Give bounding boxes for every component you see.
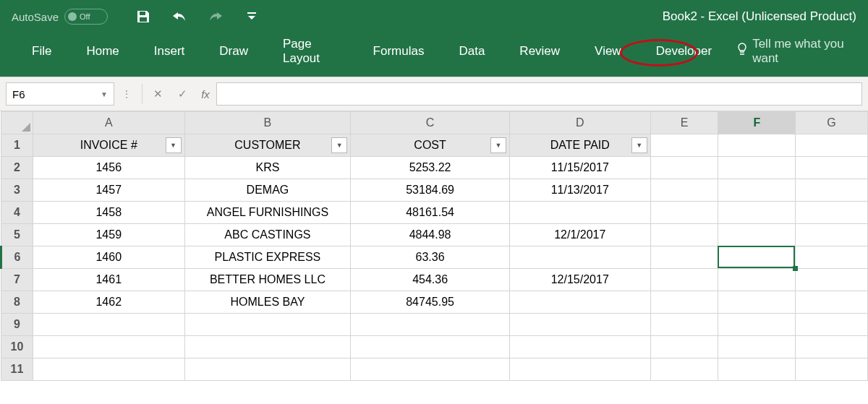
cell-A5[interactable]: 1459 [33,224,184,246]
tab-page-layout[interactable]: Page Layout [273,33,349,70]
cell-F1[interactable] [718,134,796,157]
cell-G4[interactable] [796,202,868,224]
cell-C9[interactable] [351,314,510,336]
tab-formulas[interactable]: Formulas [363,40,435,63]
cell-B3[interactable]: DEMAG [184,179,351,202]
filter-button-B[interactable]: ▼ [331,137,347,153]
tab-data[interactable]: Data [448,40,495,63]
column-header-C[interactable]: C [351,112,510,134]
customize-qat-icon[interactable] [244,9,260,25]
cell-F2[interactable] [718,157,796,179]
cell-D1[interactable]: DATE PAID▼ [509,134,650,157]
cell-E6[interactable] [650,246,718,269]
tab-draw[interactable]: Draw [209,40,258,63]
cell-E1[interactable] [650,134,718,157]
name-box-dropdown-icon[interactable]: ▼ [101,90,108,98]
cell-C6[interactable]: 63.36 [351,246,510,269]
cell-C5[interactable]: 4844.98 [351,224,510,246]
tab-home[interactable]: Home [76,40,129,63]
column-header-B[interactable]: B [184,112,351,134]
formula-input[interactable] [216,82,862,106]
cell-E7[interactable] [650,269,718,291]
row-header-9[interactable]: 9 [1,314,33,336]
cell-A7[interactable]: 1461 [33,269,184,291]
cell-A11[interactable] [33,358,184,381]
cell-G1[interactable] [796,134,868,157]
row-header-2[interactable]: 2 [1,157,33,179]
cell-A6[interactable]: 1460 [33,246,184,269]
row-header-4[interactable]: 4 [1,202,33,224]
column-header-F[interactable]: F [718,112,796,134]
tab-review[interactable]: Review [509,40,570,63]
cell-E3[interactable] [650,179,718,202]
worksheet-grid[interactable]: ABCDEFG1INVOICE #▼CUSTOMER▼COST▼DATE PAI… [0,111,868,404]
tab-file[interactable]: File [22,40,61,63]
column-header-E[interactable]: E [650,112,718,134]
cell-C10[interactable] [351,336,510,358]
cell-A8[interactable]: 1462 [33,291,184,314]
cell-F4[interactable] [718,202,796,224]
cell-F10[interactable] [718,336,796,358]
cell-D3[interactable]: 11/13/2017 [509,179,650,202]
redo-icon[interactable] [208,9,224,25]
cell-C2[interactable]: 5253.22 [351,157,510,179]
cell-B4[interactable]: ANGEL FURNISHINGS [184,202,351,224]
fx-icon[interactable]: fx [195,84,216,104]
cell-C11[interactable] [351,358,510,381]
cell-G9[interactable] [796,314,868,336]
cell-B1[interactable]: CUSTOMER▼ [184,134,351,157]
cell-D10[interactable] [509,336,650,358]
cell-E9[interactable] [650,314,718,336]
cell-B11[interactable] [184,358,351,381]
cell-B9[interactable] [184,314,351,336]
row-header-10[interactable]: 10 [1,336,33,358]
tell-me-search[interactable]: Tell me what you want [736,37,846,66]
autosave-switch[interactable]: Off [64,9,108,25]
undo-icon[interactable] [171,9,187,25]
cell-D6[interactable] [509,246,650,269]
cell-D2[interactable]: 11/15/2017 [509,157,650,179]
filter-button-A[interactable]: ▼ [166,137,182,153]
row-header-6[interactable]: 6 [1,246,33,269]
row-header-7[interactable]: 7 [1,269,33,291]
select-all-corner[interactable] [1,112,33,134]
row-header-5[interactable]: 5 [1,224,33,246]
cell-G6[interactable] [796,246,868,269]
tab-developer[interactable]: Developer [646,40,723,63]
cell-A4[interactable]: 1458 [33,202,184,224]
row-header-3[interactable]: 3 [1,179,33,202]
cell-F7[interactable] [718,269,796,291]
cell-D5[interactable]: 12/1/2017 [509,224,650,246]
column-header-A[interactable]: A [33,112,184,134]
cell-E5[interactable] [650,224,718,246]
cell-B10[interactable] [184,336,351,358]
cell-B8[interactable]: HOMLES BAY [184,291,351,314]
cell-E8[interactable] [650,291,718,314]
cell-A1[interactable]: INVOICE #▼ [33,134,184,157]
cell-C1[interactable]: COST▼ [351,134,510,157]
cell-B2[interactable]: KRS [184,157,351,179]
cell-D8[interactable] [509,291,650,314]
name-box-resize-icon[interactable]: ⋮ [122,88,132,100]
cell-A10[interactable] [33,336,184,358]
cell-E2[interactable] [650,157,718,179]
cell-C3[interactable]: 53184.69 [351,179,510,202]
cell-G8[interactable] [796,291,868,314]
tab-view[interactable]: View [584,40,631,63]
cell-A9[interactable] [33,314,184,336]
cell-A3[interactable]: 1457 [33,179,184,202]
tab-insert[interactable]: Insert [144,40,195,63]
cell-C4[interactable]: 48161.54 [351,202,510,224]
cell-D11[interactable] [509,358,650,381]
name-box[interactable]: F6 ▼ [6,82,114,106]
row-header-8[interactable]: 8 [1,291,33,314]
cell-G2[interactable] [796,157,868,179]
cell-G10[interactable] [796,336,868,358]
filter-button-C[interactable]: ▼ [490,137,506,153]
cell-F5[interactable] [718,224,796,246]
cell-G7[interactable] [796,269,868,291]
cell-C8[interactable]: 84745.95 [351,291,510,314]
cell-B7[interactable]: BETTER HOMES LLC [184,269,351,291]
cell-G11[interactable] [796,358,868,381]
cell-B5[interactable]: ABC CASTINGS [184,224,351,246]
